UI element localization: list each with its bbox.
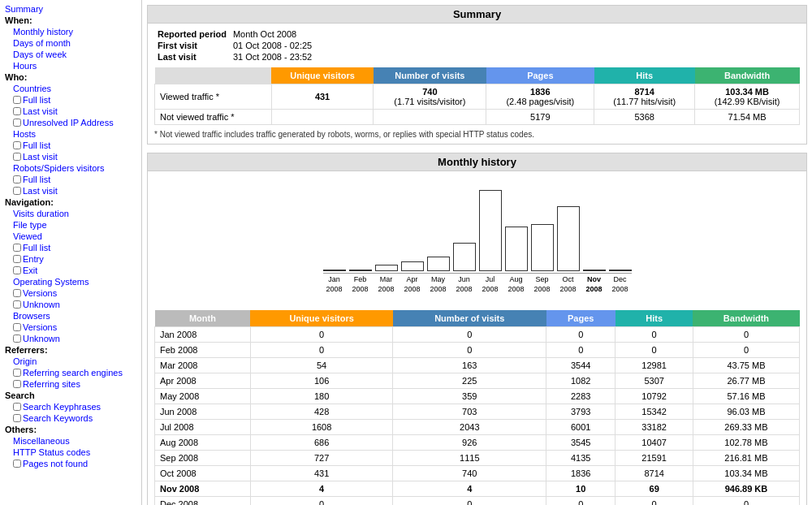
sidebar-others-label: Others:	[5, 424, 136, 435]
sidebar-item-days-of-month[interactable]: Days of month	[13, 38, 71, 48]
entry-checkbox[interactable]	[13, 255, 21, 263]
chart-bar	[505, 227, 528, 271]
sidebar-item-browsers-versions[interactable]: Versions	[23, 322, 57, 332]
unresolved-ip-checkbox[interactable]	[13, 119, 21, 127]
sidebar-item-entry[interactable]: Entry	[23, 254, 44, 264]
browsers-versions-checkbox[interactable]	[13, 323, 21, 331]
sidebar-item-referring-search-engines[interactable]: Referring search engines	[23, 368, 123, 378]
hosts-last-visit-checkbox[interactable]	[13, 153, 21, 161]
sidebar-item-os-unknown[interactable]: Unknown	[23, 300, 60, 309]
sidebar-item-pages-not-found[interactable]: Pages not found	[23, 459, 88, 468]
chart-label: Sep2008	[531, 275, 554, 294]
sidebar-item-monthly-history[interactable]: Monthly history	[13, 27, 73, 37]
sidebar-item-os[interactable]: Operating Systems	[13, 277, 89, 287]
sidebar-item-browsers[interactable]: Browsers	[13, 311, 50, 321]
sidebar-item-miscellaneous[interactable]: Miscellaneous	[13, 436, 70, 446]
chart-label: Jun2008	[453, 275, 476, 294]
sidebar-item-last-visit[interactable]: Last visit	[23, 106, 58, 116]
first-visit-label: First visit	[154, 40, 230, 51]
sidebar-item-visits-duration[interactable]: Visits duration	[13, 209, 69, 218]
sidebar-item-hours[interactable]: Hours	[13, 61, 37, 71]
sidebar-item-robots-last-visit[interactable]: Last visit	[23, 186, 58, 196]
viewed-full-list-checkbox[interactable]	[13, 244, 21, 252]
bar-group	[453, 243, 476, 271]
monthly-history-table: Month Unique visitors Number of visits P…	[154, 310, 800, 505]
search-keywords-checkbox[interactable]	[13, 414, 21, 422]
pages-not-found-checkbox[interactable]	[13, 460, 21, 468]
os-versions-checkbox[interactable]	[13, 289, 21, 297]
sidebar-item-browsers-unknown[interactable]: Unknown	[23, 334, 60, 343]
chart-bar	[479, 190, 502, 271]
col-bandwidth-header: Bandwidth	[695, 67, 800, 84]
browsers-unknown-checkbox[interactable]	[13, 335, 21, 343]
sidebar-item-hosts-last-visit[interactable]: Last visit	[23, 152, 58, 162]
reported-period-value: Month Oct 2008	[230, 28, 315, 40]
chart-container: Jan2008Feb2008Mar2008Apr2008May2008Jun20…	[154, 176, 800, 302]
referring-search-engines-checkbox[interactable]	[13, 369, 21, 377]
chart-label: Apr2008	[401, 275, 424, 294]
chart-bar	[349, 270, 372, 271]
col-unique-header: Unique visitors	[271, 67, 374, 84]
sidebar-item-robots[interactable]: Robots/Spiders visitors	[13, 163, 105, 173]
chart-label: Mar2008	[375, 275, 398, 294]
bar-group	[375, 265, 398, 271]
chart-bar	[453, 243, 476, 271]
sidebar-item-file-type[interactable]: File type	[13, 220, 47, 230]
not-viewed-hits: 5368	[594, 110, 695, 125]
sidebar-item-full-list[interactable]: Full list	[23, 95, 50, 105]
not-viewed-pages: 5179	[486, 110, 594, 125]
sidebar-item-unresolved-ip[interactable]: Unresolved IP Address	[23, 118, 114, 127]
exit-checkbox[interactable]	[13, 266, 21, 274]
sidebar-item-summary[interactable]: Summary	[5, 4, 43, 14]
bar-group	[583, 270, 606, 271]
chart-bar	[323, 270, 346, 271]
sidebar-item-hosts-full-list[interactable]: Full list	[23, 140, 50, 150]
chart-bar	[583, 270, 606, 271]
hits-value: 8714 (11.77 hits/visit)	[594, 84, 695, 110]
bar-group	[505, 227, 528, 271]
sidebar-item-referring-sites[interactable]: Referring sites	[23, 379, 80, 389]
not-viewed-label: Not viewed traffic *	[155, 110, 272, 125]
first-visit-value: 01 Oct 2008 - 02:25	[230, 40, 315, 51]
history-col-unique: Unique visitors	[250, 310, 393, 327]
sidebar-item-search-keywords[interactable]: Search Keywords	[23, 413, 93, 423]
table-row: Aug 2008686926354510407102.78 MB	[155, 435, 800, 451]
sidebar-item-os-versions[interactable]: Versions	[23, 288, 57, 298]
sidebar-item-countries[interactable]: Countries	[13, 84, 51, 93]
sidebar-item-viewed-full-list[interactable]: Full list	[23, 243, 50, 252]
sidebar-item-exit[interactable]: Exit	[23, 265, 37, 275]
table-row: May 200818035922831079257.16 MB	[155, 389, 800, 404]
col-visits-header: Number of visits	[374, 67, 486, 84]
summary-stats-table: Unique visitors Number of visits Pages H…	[154, 67, 800, 125]
bar-group	[531, 224, 554, 271]
table-row: Jun 200842870337931534296.03 MB	[155, 404, 800, 420]
col-hits-header: Hits	[594, 67, 695, 84]
full-list-checkbox[interactable]	[13, 96, 21, 104]
chart-label: Oct2008	[557, 275, 580, 294]
reported-period-label: Reported period	[154, 28, 230, 40]
last-visit-checkbox[interactable]	[13, 107, 21, 115]
sidebar-item-days-of-week[interactable]: Days of week	[13, 50, 67, 59]
not-viewed-traffic-row: Not viewed traffic * 5179 5368 71.54 MB	[155, 110, 800, 125]
sidebar-item-hosts[interactable]: Hosts	[13, 129, 36, 139]
monthly-history-title: Monthly history	[148, 153, 806, 171]
os-unknown-checkbox[interactable]	[13, 300, 21, 309]
referring-sites-checkbox[interactable]	[13, 380, 21, 388]
sidebar-item-search-keyphrases[interactable]: Search Keyphrases	[23, 402, 101, 412]
search-keyphrases-checkbox[interactable]	[13, 403, 21, 411]
main-content: Summary Reported period Month Oct 2008 F…	[142, 0, 812, 505]
sidebar-item-robots-full-list[interactable]: Full list	[23, 175, 50, 184]
table-row: Nov 2008441069946.89 KB	[155, 481, 800, 497]
table-row: Dec 200800000	[155, 497, 800, 505]
robots-full-list-checkbox[interactable]	[13, 175, 21, 183]
sidebar-item-http-status[interactable]: HTTP Status codes	[13, 447, 90, 457]
hosts-full-list-checkbox[interactable]	[13, 141, 21, 149]
bar-group	[349, 270, 372, 271]
bar-group	[401, 261, 424, 271]
summary-footnote: * Not viewed traffic includes traffic ge…	[154, 130, 800, 139]
sidebar-item-origin[interactable]: Origin	[13, 356, 37, 366]
chart-label: Dec2008	[609, 275, 632, 294]
sidebar-item-viewed[interactable]: Viewed	[13, 231, 42, 241]
robots-last-visit-checkbox[interactable]	[13, 187, 21, 195]
chart-label: Jan2008	[323, 275, 346, 294]
